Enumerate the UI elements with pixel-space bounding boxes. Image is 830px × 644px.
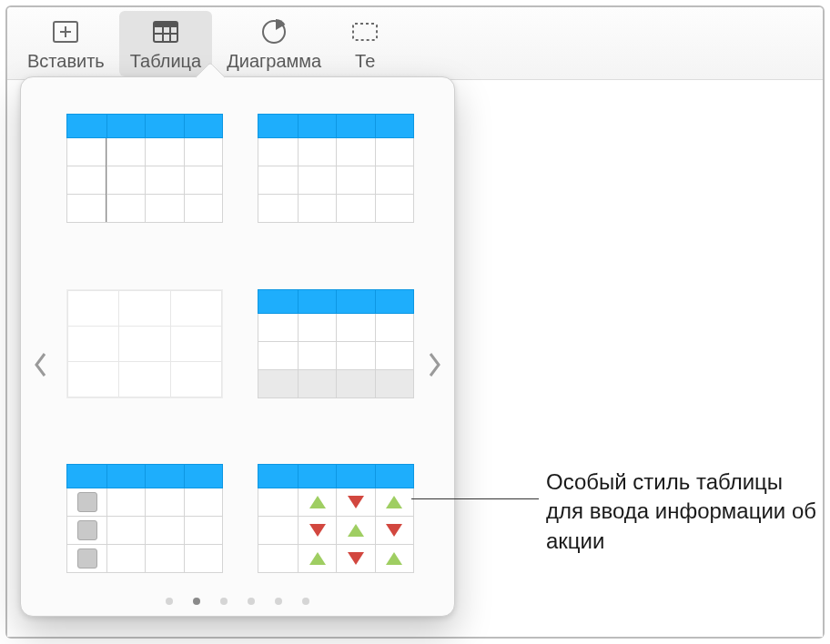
page-dots xyxy=(21,598,454,605)
page-dot[interactable] xyxy=(166,598,173,605)
callout-text: Особый стиль таблицы для ввода информаци… xyxy=(546,468,819,556)
toolbar-chart-label: Диаграмма xyxy=(227,51,321,72)
toolbar: Вставить Таблица Диаграмм xyxy=(7,7,823,80)
page-dot[interactable] xyxy=(302,598,309,605)
table-style-option[interactable] xyxy=(258,114,414,223)
table-style-option[interactable] xyxy=(66,114,223,223)
pie-chart-icon xyxy=(256,15,292,49)
page-dot[interactable] xyxy=(248,598,255,605)
table-style-option[interactable] xyxy=(258,464,414,573)
table-style-popover xyxy=(20,76,455,617)
insert-icon xyxy=(47,15,84,49)
table-style-option[interactable] xyxy=(66,289,223,398)
toolbar-table-button[interactable]: Таблица xyxy=(119,11,212,76)
svg-rect-9 xyxy=(353,24,377,40)
table-style-option[interactable] xyxy=(66,464,223,573)
page-dot[interactable] xyxy=(193,598,200,605)
toolbar-insert-label: Вставить xyxy=(27,51,105,72)
popover-next-arrow[interactable] xyxy=(421,347,447,383)
table-icon xyxy=(147,15,184,49)
callout-leader-line xyxy=(411,498,539,499)
toolbar-text-button[interactable]: Те xyxy=(336,11,394,76)
toolbar-text-label: Те xyxy=(355,51,375,72)
table-style-grid xyxy=(63,108,412,599)
page-dot[interactable] xyxy=(275,598,282,605)
toolbar-insert-button[interactable]: Вставить xyxy=(16,11,116,76)
popover-prev-arrow[interactable] xyxy=(28,347,54,383)
toolbar-table-label: Таблица xyxy=(130,51,201,72)
table-style-option[interactable] xyxy=(258,289,414,398)
toolbar-chart-button[interactable]: Диаграмма xyxy=(216,11,332,76)
svg-rect-4 xyxy=(154,22,177,27)
text-box-icon xyxy=(347,15,383,49)
page-dot[interactable] xyxy=(220,598,228,605)
